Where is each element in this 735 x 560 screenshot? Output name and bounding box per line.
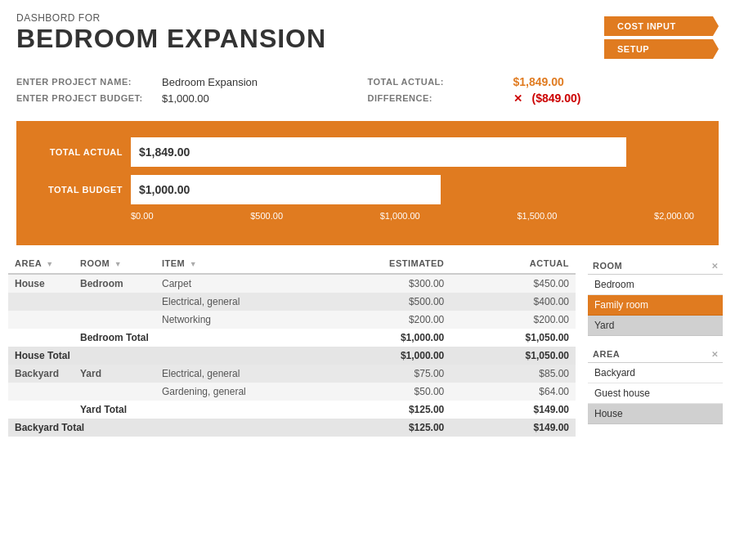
- cell-item: Carpet: [155, 274, 369, 293]
- cell-item: Electrical, general: [155, 365, 369, 383]
- cell-subtotal-actual: $149.00: [450, 401, 576, 419]
- project-name-row: ENTER PROJECT NAME: Bedroom Expansion: [16, 75, 368, 88]
- total-actual-row: TOTAL ACTUAL: $1,849.00: [368, 75, 719, 88]
- table-row: Backyard Total $125.00 $149.00: [8, 419, 576, 437]
- col-header-area[interactable]: AREA ▼: [8, 253, 74, 274]
- area-filter-item[interactable]: Guest house: [588, 383, 723, 404]
- area-filter-item[interactable]: House: [588, 404, 723, 424]
- project-budget-row: ENTER PROJECT BUDGET: $1,000.00: [16, 92, 368, 105]
- header-nav: COST INPUT SETUP: [604, 16, 719, 59]
- project-budget-value: $1,000.00: [162, 92, 209, 105]
- cell-area: House: [8, 274, 74, 293]
- table-header-row: AREA ▼ ROOM ▼ ITEM ▼ ESTIMATED ACTUAL: [8, 253, 576, 274]
- room-items: BedroomFamily roomYard: [588, 275, 723, 336]
- project-budget-label: ENTER PROJECT BUDGET:: [16, 93, 155, 103]
- chart-actual-bar: $1,849.00: [131, 137, 626, 167]
- setup-button[interactable]: SETUP: [604, 39, 719, 59]
- cell-actual: $400.00: [450, 293, 576, 311]
- cell-area: [8, 401, 74, 419]
- area-items: BackyardGuest houseHouse: [588, 363, 723, 424]
- chart-budget-label: TOTAL BUDGET: [41, 185, 123, 195]
- cell-subtotal-estimated: $125.00: [369, 401, 450, 419]
- cell-areatotal-estimated: $125.00: [369, 419, 450, 437]
- col-header-estimated: ESTIMATED: [369, 253, 450, 274]
- xaxis-3: $1,500.00: [517, 211, 557, 221]
- cell-areatotal-estimated: $1,000.00: [369, 347, 450, 365]
- cell-areatotal-actual: $1,050.00: [450, 347, 576, 365]
- cell-estimated: $75.00: [369, 365, 450, 383]
- chart-budget-row: TOTAL BUDGET $1,000.00: [41, 175, 694, 204]
- area-filter-section: AREA ✕ BackyardGuest houseHouse: [588, 346, 723, 424]
- difference-row: DIFFERENCE: ✕ ($849.00): [368, 92, 719, 105]
- xaxis-4: $2,000.00: [654, 211, 694, 221]
- table-row: Bedroom Total $1,000.00 $1,050.00: [8, 329, 576, 347]
- header: DASHBORD FOR BEDROOM EXPANSION COST INPU…: [0, 0, 735, 67]
- table-row: House Bedroom Carpet $300.00 $450.00: [8, 274, 576, 293]
- table-row: Gardening, general $50.00 $64.00: [8, 383, 576, 401]
- room-filter-header: ROOM ✕: [588, 258, 723, 275]
- cell-actual: $450.00: [450, 274, 576, 293]
- difference-label: DIFFERENCE:: [368, 93, 507, 103]
- cell-room: [74, 383, 155, 401]
- room-filter-section: ROOM ✕ BedroomFamily roomYard: [588, 258, 723, 336]
- data-table: AREA ▼ ROOM ▼ ITEM ▼ ESTIMATED ACTUAL: [8, 253, 576, 437]
- cell-room: [74, 311, 155, 329]
- cell-area: [8, 383, 74, 401]
- header-left: DASHBORD FOR BEDROOM EXPANSION: [16, 12, 326, 54]
- dashboard-subtitle: DASHBORD FOR: [16, 12, 326, 24]
- col-header-item[interactable]: ITEM ▼: [155, 253, 369, 274]
- cell-areatotal-label: House Total: [8, 347, 369, 365]
- room-filter-clear[interactable]: ✕: [711, 262, 719, 271]
- chart-actual-bar-container: $1,849.00: [131, 137, 694, 167]
- side-panel: ROOM ✕ BedroomFamily roomYard AREA ✕ Bac…: [584, 253, 727, 438]
- cell-room: Bedroom: [74, 274, 155, 293]
- table-area: AREA ▼ ROOM ▼ ITEM ▼ ESTIMATED ACTUAL: [0, 253, 735, 438]
- chart-budget-bar-container: $1,000.00: [131, 175, 694, 204]
- area-filter-header: AREA ✕: [588, 346, 723, 363]
- cell-room: [74, 293, 155, 311]
- difference-value: ($849.00): [532, 92, 581, 105]
- area-filter-icon[interactable]: ▼: [46, 260, 53, 268]
- xaxis-2: $1,000.00: [380, 211, 420, 221]
- table-row: Backyard Yard Electrical, general $75.00…: [8, 365, 576, 383]
- table-row: House Total $1,000.00 $1,050.00: [8, 347, 576, 365]
- project-name-value: Bedroom Expansion: [162, 76, 258, 88]
- cell-item: Networking: [155, 311, 369, 329]
- page-title: BEDROOM EXPANSION: [16, 24, 326, 54]
- item-filter-icon[interactable]: ▼: [190, 260, 197, 268]
- cell-area: [8, 293, 74, 311]
- col-header-actual: ACTUAL: [450, 253, 576, 274]
- total-actual-value: $1,849.00: [513, 75, 564, 88]
- xaxis-1: $500.00: [250, 211, 283, 221]
- table-row: Electrical, general $500.00 $400.00: [8, 293, 576, 311]
- cell-areatotal-label: Backyard Total: [8, 419, 369, 437]
- col-header-room[interactable]: ROOM ▼: [74, 253, 155, 274]
- cell-area: [8, 329, 74, 347]
- chart-budget-value: $1,000.00: [139, 183, 190, 196]
- project-name-label: ENTER PROJECT NAME:: [16, 77, 155, 87]
- chart-actual-label: TOTAL ACTUAL: [41, 147, 123, 157]
- cell-subtotal-label: Yard Total: [74, 401, 369, 419]
- cell-actual: $64.00: [450, 383, 576, 401]
- total-actual-label: TOTAL ACTUAL:: [368, 77, 507, 87]
- area-filter-label: AREA: [593, 349, 620, 359]
- table-row: Networking $200.00 $200.00: [8, 311, 576, 329]
- room-filter-label: ROOM: [593, 261, 622, 271]
- cell-areatotal-actual: $149.00: [450, 419, 576, 437]
- chart-actual-value: $1,849.00: [139, 146, 190, 159]
- chart-container: TOTAL ACTUAL $1,849.00 TOTAL BUDGET $1,0…: [16, 121, 719, 245]
- cell-room: Yard: [74, 365, 155, 383]
- cell-area: [8, 311, 74, 329]
- cost-input-button[interactable]: COST INPUT: [604, 16, 719, 36]
- room-filter-item[interactable]: Family room: [588, 295, 723, 316]
- area-filter-item[interactable]: Backyard: [588, 363, 723, 383]
- chart-actual-row: TOTAL ACTUAL $1,849.00: [41, 137, 694, 167]
- difference-icon: ✕: [513, 92, 522, 105]
- area-filter-clear[interactable]: ✕: [711, 350, 719, 359]
- room-filter-item[interactable]: Bedroom: [588, 275, 723, 295]
- cell-item: Gardening, general: [155, 383, 369, 401]
- room-filter-item[interactable]: Yard: [588, 316, 723, 336]
- room-filter-icon[interactable]: ▼: [114, 260, 122, 268]
- cell-estimated: $50.00: [369, 383, 450, 401]
- main-table: AREA ▼ ROOM ▼ ITEM ▼ ESTIMATED ACTUAL: [8, 253, 576, 438]
